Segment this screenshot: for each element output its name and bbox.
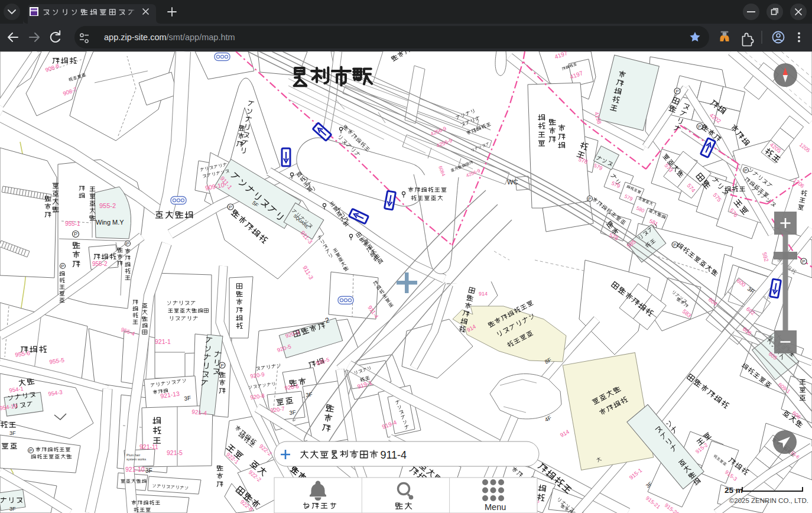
svg-text:911-4: 911-4 (380, 449, 407, 461)
svg-text:Menu: Menu (485, 502, 506, 512)
svg-text:©2025 ZENRIN CO., LTD.: ©2025 ZENRIN CO., LTD. (729, 497, 808, 504)
svg-text:25 m: 25 m (725, 486, 743, 495)
